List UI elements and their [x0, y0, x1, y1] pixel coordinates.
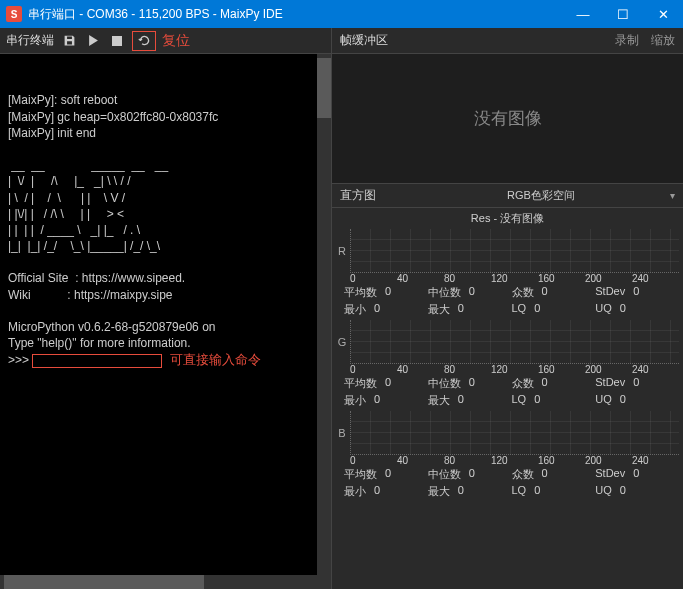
- minimize-button[interactable]: —: [563, 0, 603, 28]
- terminal-prompt: >>>: [8, 353, 32, 367]
- reset-highlight-box: [132, 31, 156, 51]
- terminal-scrollbar-v[interactable]: [317, 54, 331, 575]
- svg-rect-0: [112, 36, 122, 46]
- channel-label: R: [334, 229, 350, 273]
- serial-terminal[interactable]: [MaixPy]: soft reboot [MaixPy] gc heap=0…: [0, 54, 331, 575]
- terminal-input[interactable]: [32, 354, 162, 368]
- stats-row-2: 最小0最大0LQ0UQ0: [334, 483, 679, 500]
- stats-row-1: 平均数0中位数0众数0StDev0: [334, 466, 679, 483]
- serial-terminal-label: 串行终端: [6, 32, 54, 49]
- input-annotation: 可直接输入命令: [170, 352, 261, 367]
- x-axis: 04080120160200240: [334, 364, 679, 375]
- channel-b: B04080120160200240平均数0中位数0众数0StDev0最小0最大…: [334, 411, 679, 500]
- maximize-button[interactable]: ☐: [603, 0, 643, 28]
- histogram-plot: [350, 411, 679, 455]
- reset-annotation: 复位: [162, 32, 190, 50]
- x-axis: 04080120160200240: [334, 273, 679, 284]
- stats-row-1: 平均数0中位数0众数0StDev0: [334, 375, 679, 392]
- run-icon[interactable]: [84, 32, 102, 50]
- serial-toolbar: 串行终端 复位: [0, 28, 331, 54]
- stats-row-2: 最小0最大0LQ0UQ0: [334, 392, 679, 409]
- reload-icon[interactable]: [135, 32, 153, 50]
- framebuffer-toolbar: 帧缓冲区 录制 缩放: [332, 28, 683, 54]
- titlebar[interactable]: S 串行端口 - COM36 - 115,200 BPS - MaixPy ID…: [0, 0, 683, 28]
- channel-r: R04080120160200240平均数0中位数0众数0StDev0最小0最大…: [334, 229, 679, 318]
- x-axis: 04080120160200240: [334, 455, 679, 466]
- stats-row-1: 平均数0中位数0众数0StDev0: [334, 284, 679, 301]
- histogram-plot: [350, 320, 679, 364]
- terminal-scrollbar-h[interactable]: [0, 575, 331, 589]
- histogram-plot: [350, 229, 679, 273]
- window-title: 串行端口 - COM36 - 115,200 BPS - MaixPy IDE: [28, 6, 563, 23]
- close-button[interactable]: ✕: [643, 0, 683, 28]
- right-pane: 帧缓冲区 录制 缩放 没有图像 直方图 RGB色彩空间 ▾ Res - 没有图像…: [332, 28, 683, 589]
- colorspace-select[interactable]: RGB色彩空间: [420, 188, 662, 203]
- resolution-line: Res - 没有图像: [332, 208, 683, 229]
- left-pane: 串行终端 复位 [MaixPy]: soft reboot [MaixPy] g…: [0, 28, 332, 589]
- app-icon: S: [6, 6, 22, 22]
- histogram-bar: 直方图 RGB色彩空间 ▾: [332, 184, 683, 208]
- stop-icon[interactable]: [108, 32, 126, 50]
- channel-label: B: [334, 411, 350, 455]
- histogram-charts: R04080120160200240平均数0中位数0众数0StDev0最小0最大…: [332, 229, 683, 589]
- chevron-down-icon[interactable]: ▾: [662, 190, 675, 201]
- histogram-label: 直方图: [340, 187, 420, 204]
- zoom-button[interactable]: 缩放: [651, 32, 675, 49]
- channel-g: G04080120160200240平均数0中位数0众数0StDev0最小0最大…: [334, 320, 679, 409]
- record-button[interactable]: 录制: [615, 32, 639, 49]
- framebuffer-noimage: 没有图像: [332, 54, 683, 184]
- stats-row-2: 最小0最大0LQ0UQ0: [334, 301, 679, 318]
- save-icon[interactable]: [60, 32, 78, 50]
- channel-label: G: [334, 320, 350, 364]
- framebuffer-label: 帧缓冲区: [340, 32, 603, 49]
- terminal-output: [MaixPy]: soft reboot [MaixPy] gc heap=0…: [8, 93, 219, 350]
